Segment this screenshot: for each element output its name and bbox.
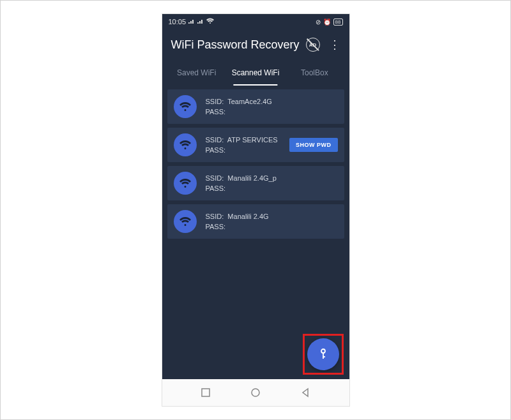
wifi-list-item[interactable]: SSID: Manalili 2.4G_p PASS: bbox=[167, 166, 344, 200]
ssid-value: TeamAce2.4G bbox=[227, 98, 272, 105]
wifi-info: SSID: ATP SERVICES PASS: bbox=[206, 135, 281, 156]
nav-back-button[interactable] bbox=[300, 387, 310, 398]
wifi-info: SSID: Manalili 2.4G_p PASS: bbox=[206, 173, 338, 194]
pass-label: PASS: bbox=[206, 146, 226, 154]
show-password-button[interactable]: SHOW PWD bbox=[289, 138, 338, 152]
nav-bar bbox=[162, 379, 349, 406]
status-bar: 10:05 ⊘ ⏰ 88 bbox=[162, 14, 349, 29]
app-title: WiFi Password Recovery bbox=[171, 38, 300, 52]
battery-icon: 88 bbox=[333, 19, 343, 26]
wifi-icon bbox=[174, 133, 197, 156]
pass-label: PASS: bbox=[206, 184, 226, 192]
ssid-value: Manalili 2.4G_p bbox=[227, 174, 276, 182]
wifi-list-item[interactable]: SSID: TeamAce2.4G PASS: bbox=[167, 89, 344, 124]
key-fab-button[interactable] bbox=[307, 338, 339, 370]
wifi-list-item[interactable]: SSID: ATP SERVICES PASS: SHOW PWD bbox=[167, 128, 344, 162]
ssid-label: SSID: bbox=[206, 213, 224, 220]
signal-icon bbox=[188, 18, 195, 26]
wifi-list-item[interactable]: SSID: Manalili 2.4G PASS: bbox=[167, 204, 344, 239]
app-header: WiFi Password Recovery AD ⋮ bbox=[162, 29, 349, 60]
ssid-label: SSID: bbox=[206, 174, 224, 182]
pass-label: PASS: bbox=[206, 108, 226, 116]
tab-toolbox[interactable]: ToolBox bbox=[285, 60, 344, 86]
ssid-value: Manalili 2.4G bbox=[227, 213, 268, 220]
header-actions: AD ⋮ bbox=[306, 38, 340, 52]
alert-icon: ⊘ bbox=[316, 19, 321, 26]
ssid-label: SSID: bbox=[206, 98, 224, 105]
status-time: 10:05 bbox=[169, 18, 187, 26]
nav-recent-button[interactable] bbox=[201, 387, 211, 398]
wifi-icon bbox=[174, 172, 197, 195]
wifi-icon bbox=[174, 95, 197, 118]
status-left: 10:05 bbox=[169, 18, 215, 26]
more-menu-icon[interactable]: ⋮ bbox=[329, 38, 340, 52]
ssid-value: ATP SERVICES bbox=[227, 136, 278, 144]
wifi-info: SSID: TeamAce2.4G PASS: bbox=[206, 96, 338, 117]
wifi-status-icon bbox=[206, 18, 214, 26]
svg-point-4 bbox=[252, 389, 259, 396]
ssid-label: SSID: bbox=[206, 136, 224, 144]
wifi-icon bbox=[174, 210, 197, 233]
nav-home-button[interactable] bbox=[250, 387, 261, 398]
tabs: Saved WiFi Scanned WiFi ToolBox bbox=[162, 60, 349, 86]
alarm-icon: ⏰ bbox=[323, 19, 331, 26]
phone-frame: 10:05 ⊘ ⏰ 88 WiFi Password Recovery AD ⋮ bbox=[162, 13, 350, 407]
key-icon bbox=[317, 348, 330, 361]
svg-rect-3 bbox=[202, 389, 210, 396]
tab-saved-wifi[interactable]: Saved WiFi bbox=[167, 60, 226, 86]
signal-icon-2 bbox=[197, 18, 204, 26]
wifi-list: SSID: TeamAce2.4G PASS: SSID: ATP SERVIC… bbox=[162, 86, 349, 379]
tab-scanned-wifi[interactable]: Scanned WiFi bbox=[226, 60, 285, 86]
wifi-info: SSID: Manalili 2.4G PASS: bbox=[206, 211, 338, 232]
pass-label: PASS: bbox=[206, 223, 226, 230]
status-right: ⊘ ⏰ 88 bbox=[316, 19, 343, 26]
no-ads-icon[interactable]: AD bbox=[306, 38, 320, 52]
svg-point-0 bbox=[321, 349, 325, 353]
